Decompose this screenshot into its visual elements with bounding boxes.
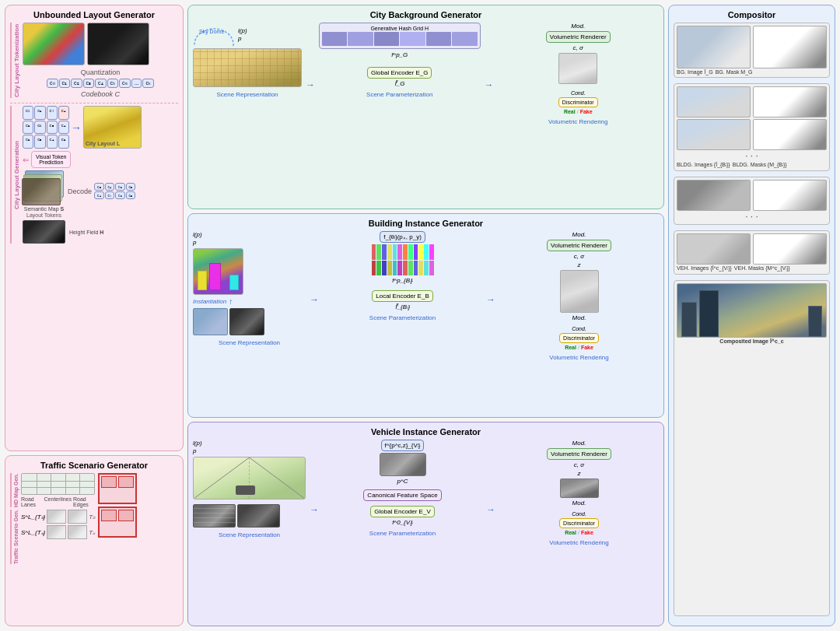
vig-arrow1-icon: → — [310, 504, 319, 515]
tz-3d — [98, 507, 178, 538]
vig-canonical-label: Canonical Feature Space — [367, 492, 437, 499]
big-mod-bottom: Mod. — [572, 314, 586, 321]
height-field — [23, 220, 65, 244]
t0-row: S^L_{T₀} T₀ — [21, 510, 95, 524]
cbg-ftilde: f̃_G — [394, 80, 405, 87]
cbg-render-img — [558, 53, 597, 84]
big-semantic-map — [193, 308, 228, 335]
middle-column: City Background Generator Sky Dome l(p) … — [187, 5, 664, 626]
bldg-labels: BLDG. Images {Ī_{Bᵢ}} BLDG. Masks {M_{Bᵢ… — [677, 161, 827, 168]
big-arrow1-icon: → — [310, 294, 319, 305]
vig-arrow2: → — [486, 440, 495, 580]
vig-inner: l(p) p — [193, 440, 659, 580]
cbg-real-fake: Real / Fake — [564, 109, 593, 114]
token-dots: ... — [131, 79, 142, 88]
bg-labels: BG. Image Ī_G BG. Mask M_G — [677, 68, 827, 75]
tsg-inner: HD Map Gen. — [10, 473, 178, 564]
veh-pair — [677, 233, 827, 265]
token-c2: c₂ — [71, 79, 82, 88]
cbg-csigma: c, σ — [573, 44, 583, 51]
big-arrow2: → — [486, 231, 495, 367]
tsg-panel: Traffic Scenario Generator HD Map Gen. — [5, 455, 184, 626]
traffic-section: Traffic Scenario Gen. S^L_{T₀} T₀ — [10, 510, 95, 564]
big-feat-label: f_{θᵢ}(pₓ, p_y) — [383, 233, 422, 240]
cbg-hash-grid: Generative Hash Grid H — [319, 23, 481, 49]
bldg-pair2 — [677, 119, 827, 150]
vig-csigma: c, σ — [574, 461, 584, 468]
bldg-dots: · · · — [677, 150, 827, 161]
bldg-mask1 — [753, 86, 827, 117]
visual-token-box: Visual TokenPrediction — [31, 151, 71, 168]
big-vol-section: Mod. Volumetric Renderer c, σ z Mod. Con… — [499, 231, 659, 367]
vig-road-img — [193, 457, 306, 500]
vig-car — [236, 486, 255, 495]
token-c3: c₃ — [83, 79, 95, 88]
big-scene-param: f_{θᵢ}(pₓ, p_y) — [323, 231, 482, 367]
vig-feat-label: f^{p^c,z}_{Vᵢ} — [385, 442, 421, 449]
stz-label: S^L_{Tᵤ} — [21, 529, 45, 536]
vig-arrow1: → — [310, 440, 319, 580]
big-encoder-section: Local Encoder E_B f̃_{Bᵢ} — [323, 290, 482, 310]
cbg-lp-p: l(p) p — [238, 27, 247, 42]
cbg-scene-param: Generative Hash Grid H f^p_G — [319, 23, 481, 147]
bldg-mask2 — [753, 119, 827, 150]
vig-scene-param: f^{p^c,z}_{Vᵢ} p^C Canonical Feature Spa… — [323, 440, 482, 580]
compositor-title: Compositor — [674, 10, 830, 19]
big-disc-label: Discriminator — [563, 335, 595, 341]
tsg-title: Traffic Scenario Generator — [10, 461, 178, 470]
bldg-img2 — [677, 119, 751, 150]
cbg-scene-rep-label: Scene Representation — [193, 91, 302, 98]
cbg-encoder-label: Global Encoder E_G — [371, 69, 428, 76]
vig-scene-rep-label: Scene Representation — [193, 531, 306, 538]
bldg-masks-label: BLDG. Masks {M_{Bᵢ}} — [733, 162, 787, 168]
cbg-sky-dome-row: Sky Dome l(p) p — [193, 23, 302, 46]
big-mod-top: Mod. — [572, 231, 586, 238]
tsg-right — [98, 473, 178, 564]
vig-real-fake: Real / Fake — [565, 530, 593, 535]
cbg-vol-section: Mod. Volumetric Renderer c, σ Cond. Disc… — [498, 23, 660, 147]
cbg-vol-top: Mod. Volumetric Renderer c, σ — [498, 23, 660, 84]
vig-scene-param-label: Scene Parameterization — [323, 530, 482, 537]
cbg-fake: Fake — [580, 109, 593, 114]
left-column: Unbounded Layout Generator City Layout T… — [5, 5, 184, 626]
bldg-pair — [677, 86, 827, 117]
big-inner: l(p) p In — [193, 231, 659, 367]
cbg-cond: Cond. — [571, 90, 586, 96]
big-scene-param-label: Scene Parameterization — [323, 314, 482, 321]
big-city-img — [193, 248, 243, 295]
big-lp-p: l(p) p — [193, 231, 306, 246]
veh-images-label: VEH. Images {Ī^c_{Vᵢ}} — [677, 265, 732, 272]
veh-section: VEH. Images {Ī^c_{Vᵢ}} VEH. Masks {M^c_{… — [674, 230, 830, 275]
svg-text:Sky Dome: Sky Dome — [199, 29, 224, 35]
main-container: Unbounded Layout Generator City Layout T… — [0, 0, 840, 631]
big-feat-box: f_{θᵢ}(pₓ, p_y) — [380, 231, 425, 243]
veh-mask1 — [753, 233, 827, 265]
veh-img1 — [677, 233, 751, 265]
bldg-img1 — [677, 86, 751, 117]
cbg-lp: l(p) — [238, 27, 247, 34]
big-feat-bg: f^p_{Bᵢ} — [392, 277, 413, 284]
big-vol-renderer: Volumetric Renderer — [547, 240, 611, 251]
road-lanes-img — [21, 473, 95, 495]
t0-label: T₀ — [89, 514, 95, 521]
t0-img1 — [47, 510, 66, 524]
city-map-dark — [87, 23, 149, 65]
st0-label: S^L_{T₀} — [21, 514, 45, 521]
cbg-encoder: Global Encoder E_G — [367, 67, 432, 79]
vig-layer2 — [237, 504, 280, 528]
cbg-hash-section: Generative Hash Grid H f^p_G — [319, 23, 481, 58]
token-c0: c₀ — [47, 79, 58, 88]
cbg-scene-param-label: Scene Parameterization — [319, 91, 481, 98]
vig-title: Vehicle Instance Generator — [193, 427, 659, 436]
token-ck: cₖ — [142, 79, 154, 88]
big-csigma: c, σ — [574, 253, 584, 260]
vig-vol-render-label: Volumetric Rendering — [499, 539, 659, 546]
ulg-divider — [10, 103, 178, 103]
traffic-content: S^L_{T₀} T₀ S^L_{Tᵤ} Tᵤ — [21, 510, 95, 564]
hd-map-section: HD Map Gen. — [10, 473, 95, 507]
cbg-real: Real — [564, 109, 576, 114]
road-pair — [677, 180, 827, 211]
road-img1 — [677, 180, 751, 211]
vig-vol-label: Volumetric Renderer — [551, 450, 607, 457]
sky-dome-svg: Sky Dome — [193, 23, 236, 46]
